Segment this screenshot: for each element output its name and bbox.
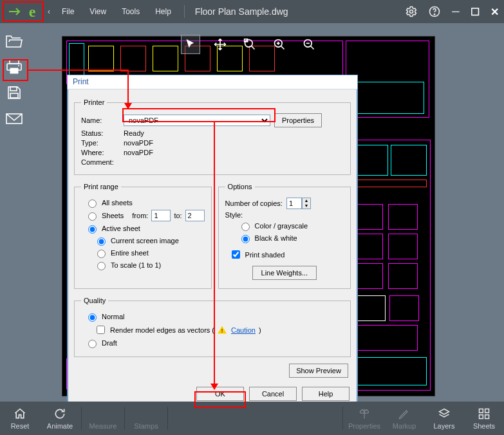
options-group: Options Number of copies: ▲▼ Style: Colo… <box>218 183 351 289</box>
menu-view[interactable]: View <box>82 0 114 23</box>
all-sheets-radio[interactable] <box>88 199 97 208</box>
quality-group: Quality Normal Render model edges as vec… <box>74 297 351 357</box>
measure-button[interactable]: Measure <box>83 402 123 435</box>
style-label: Style: <box>225 211 243 219</box>
quality-legend: Quality <box>81 297 108 304</box>
chevron-left-icon[interactable]: ‹ <box>44 7 54 16</box>
mail-icon[interactable] <box>5 109 23 127</box>
sheets-radio[interactable] <box>88 212 97 221</box>
show-preview-button[interactable]: Show Preview <box>289 364 348 378</box>
quality-draft-radio[interactable] <box>88 340 97 348</box>
bw-label: Black & white <box>255 234 297 242</box>
maximize-button[interactable]: ☐ <box>465 4 485 19</box>
scales-icon <box>357 407 371 421</box>
caution-link[interactable]: Caution <box>231 326 256 334</box>
reset-label: Reset <box>11 422 30 430</box>
line-weights-button[interactable]: Line Weights... <box>252 266 317 280</box>
layers-icon <box>437 407 451 421</box>
printer-properties-button[interactable]: Properties <box>274 113 322 127</box>
status-label: Status: <box>81 129 120 137</box>
stamps-button[interactable]: Stamps <box>126 402 166 435</box>
svg-line-19 <box>311 46 314 50</box>
quality-normal-label: Normal <box>102 313 124 320</box>
menu-help[interactable]: Help <box>147 0 179 23</box>
sheets-label: Sheets <box>473 422 495 430</box>
open-file-icon[interactable] <box>5 32 23 50</box>
all-sheets-label: All sheets <box>102 199 133 207</box>
to-scale-radio[interactable] <box>97 262 106 270</box>
copies-input[interactable] <box>286 198 302 209</box>
printer-name-label: Name: <box>81 116 120 124</box>
zoom-window-icon[interactable] <box>241 35 259 53</box>
dialog-title: Print <box>68 75 357 89</box>
quality-normal-radio[interactable] <box>88 313 97 322</box>
color-radio[interactable] <box>241 223 250 231</box>
print-range-group: Print range All sheets Sheets from: to: … <box>74 183 212 289</box>
range-legend: Print range <box>81 183 121 190</box>
svg-rect-9 <box>10 93 18 98</box>
reset-button[interactable]: Reset <box>0 402 40 435</box>
svg-rect-24 <box>480 415 483 419</box>
svg-point-11 <box>245 40 253 48</box>
properties-button[interactable]: Properties <box>344 402 384 435</box>
print-icon[interactable] <box>5 58 23 76</box>
pan-icon[interactable] <box>211 35 229 53</box>
gear-icon[interactable] <box>404 4 419 19</box>
help-button[interactable]: Help <box>302 387 350 401</box>
copies-spinner[interactable]: ▲▼ <box>302 198 311 209</box>
close-button[interactable]: ✕ <box>485 4 504 19</box>
svg-rect-23 <box>485 409 489 413</box>
bw-radio[interactable] <box>241 235 250 243</box>
markup-label: Markup <box>393 422 416 430</box>
zoom-in-icon[interactable] <box>270 35 288 53</box>
print-shaded-label: Print shaded <box>245 251 285 259</box>
printer-name-select[interactable]: novaPDF <box>124 115 270 126</box>
logo-letter: e <box>23 3 41 21</box>
layers-button[interactable]: Layers <box>424 402 464 435</box>
animate-label: Animate <box>47 422 73 430</box>
measure-label: Measure <box>89 422 117 430</box>
menu-tools[interactable]: Tools <box>114 0 147 23</box>
menubar: e ‹ File View Tools Help Floor Plan Samp… <box>0 0 504 23</box>
help-icon[interactable] <box>427 4 442 19</box>
color-label: Color / grayscale <box>255 222 308 230</box>
printer-legend: Printer <box>81 98 107 106</box>
render-close: ) <box>259 326 261 334</box>
where-value: novaPDF <box>124 149 153 156</box>
zoom-out-icon[interactable] <box>300 35 318 53</box>
entire-sheet-label: Entire sheet <box>111 249 149 257</box>
quality-draft-label: Draft <box>102 339 117 347</box>
entire-sheet-radio[interactable] <box>97 250 106 258</box>
to-input[interactable] <box>185 210 205 221</box>
animate-button[interactable]: Animate <box>40 402 80 435</box>
svg-point-3 <box>434 14 434 15</box>
options-legend: Options <box>225 183 255 190</box>
refresh-icon <box>53 407 67 421</box>
svg-line-12 <box>252 46 255 50</box>
from-input[interactable] <box>151 210 171 221</box>
sheets-label: Sheets <box>102 212 124 219</box>
cancel-button[interactable]: Cancel <box>249 387 297 401</box>
printer-group: Printer Name: novaPDF Properties Status:… <box>74 98 351 175</box>
print-shaded-check[interactable] <box>232 250 240 259</box>
render-vectors-check[interactable] <box>97 326 105 334</box>
grid-icon <box>478 407 490 421</box>
ok-button[interactable]: OK <box>196 387 244 401</box>
menu-file[interactable]: File <box>54 0 82 23</box>
svg-point-1 <box>410 10 413 14</box>
bottom-toolbar: Reset Animate Measure Stamps Properties … <box>0 402 504 435</box>
minimize-button[interactable]: ─ <box>446 4 465 19</box>
app-logo[interactable]: e <box>3 1 41 22</box>
markup-button[interactable]: Markup <box>384 402 424 435</box>
from-label: from: <box>132 212 148 219</box>
current-screen-radio[interactable] <box>97 237 106 246</box>
render-vectors-label: Render model edges as vectors ( <box>110 326 214 334</box>
active-sheet-radio[interactable] <box>88 225 97 234</box>
copies-label: Number of copies: <box>225 199 283 207</box>
active-sheet-label: Active sheet <box>102 225 140 232</box>
save-icon[interactable] <box>5 84 23 102</box>
cursor-icon[interactable] <box>182 35 200 53</box>
print-dialog: Print Printer Name: novaPDF Properties S… <box>67 75 358 409</box>
pencil-icon <box>398 407 411 421</box>
sheets-button[interactable]: Sheets <box>464 402 504 435</box>
